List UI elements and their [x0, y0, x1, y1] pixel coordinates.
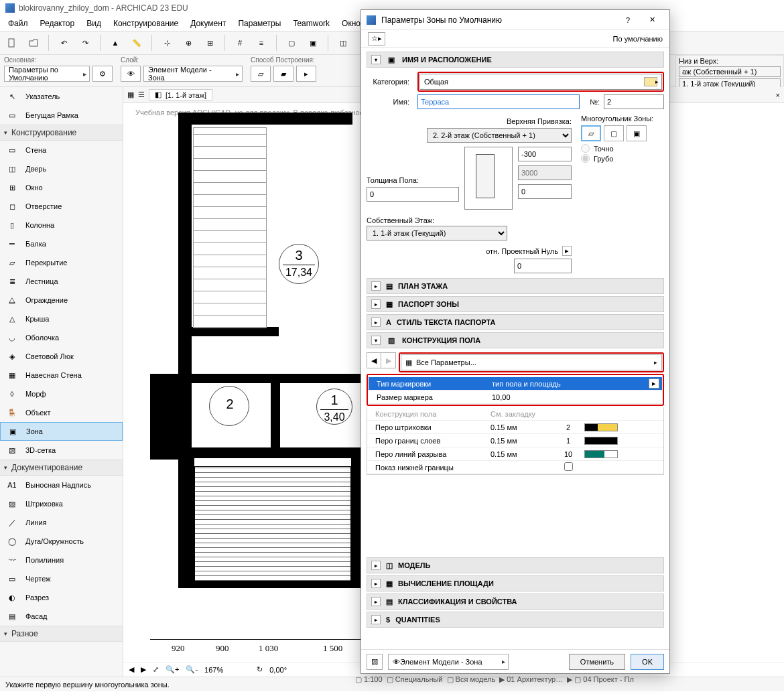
menu-file[interactable]: Файл	[3, 17, 34, 29]
section-floor-construction[interactable]: ▾▥КОНСТРУКЦИЯ ПОЛА	[367, 332, 664, 348]
zoom-out-icon[interactable]: 🔍-	[186, 665, 198, 674]
rel-zero-more[interactable]: ▸	[562, 246, 572, 256]
project-tab[interactable]: 04 Проект - Пл	[583, 675, 634, 683]
menu-design[interactable]: Конструирование	[108, 17, 184, 29]
tool-column[interactable]: ▯Колонна	[0, 216, 123, 234]
group-construct[interactable]: Конструирование	[0, 125, 123, 141]
tool-railing[interactable]: ⧋Ограждение	[0, 291, 123, 309]
pick-button[interactable]: ▲	[106, 33, 125, 52]
close-tab-icon[interactable]: ×	[776, 91, 780, 99]
settings-icon-button[interactable]: ⚙	[92, 66, 113, 82]
cancel-button[interactable]: Отменить	[569, 654, 625, 670]
tool-door[interactable]: ◫Дверь	[0, 159, 123, 178]
section-model[interactable]: ▸◫МОДЕЛЬ	[367, 557, 664, 573]
tool-marquee[interactable]: ▭Бегущая Рамка	[0, 106, 123, 125]
snap-b-button[interactable]: ⊕	[179, 33, 198, 52]
menu-edit[interactable]: Редактор	[35, 17, 80, 29]
layer-button[interactable]: ◫	[334, 33, 352, 52]
tool-arc[interactable]: ◯Дуга/Окружность	[0, 532, 123, 551]
param-hatch-pen[interactable]: Перо штриховки 0.15 мм 2	[367, 421, 663, 434]
footer-layer-dropdown[interactable]: 👁 Элемент Модели - Зона	[388, 654, 509, 670]
top-link-stub[interactable]: аж (Собственный + 1)	[679, 66, 781, 77]
tool-slab[interactable]: ▱Перекрытие	[0, 253, 123, 272]
param-break-line-pen[interactable]: Перо линий разрыва 0.15 мм 10	[367, 447, 663, 461]
params-back-button[interactable]: ◀	[367, 352, 381, 368]
group-misc[interactable]: Разное	[0, 626, 123, 642]
layer-combo-tab[interactable]: Специальный	[395, 675, 443, 683]
section-quantities[interactable]: ▸$QUANTITIES	[367, 612, 664, 628]
section-zone-stamp[interactable]: ▸▦ПАСПОРТ ЗОНЫ	[367, 296, 664, 312]
tool-beam[interactable]: ═Балка	[0, 234, 123, 253]
snap-a-button[interactable]: ⊹	[157, 33, 176, 52]
tool-curtain[interactable]: ▦Навесная Стена	[0, 366, 123, 385]
nav-fwd-icon[interactable]: ▶	[141, 665, 146, 674]
show-bottom-checkbox[interactable]	[564, 462, 573, 471]
open-button[interactable]	[24, 33, 43, 52]
redo-button[interactable]: ↷	[76, 33, 94, 52]
tool-fill[interactable]: ▨Штриховка	[0, 494, 123, 513]
footer-icon-button[interactable]: ▨	[367, 654, 383, 670]
tool-opening[interactable]: ◻Отверстие	[0, 197, 123, 216]
tool-drawing[interactable]: ▭Чертеж	[0, 569, 123, 588]
geom-method-2[interactable]: ▰	[273, 66, 293, 82]
close-button[interactable]: ✕	[640, 11, 664, 29]
ok-button[interactable]: OK	[631, 654, 664, 670]
tool-roof[interactable]: △Крыша	[0, 309, 123, 328]
menu-view[interactable]: Вид	[81, 17, 107, 29]
menu-document[interactable]: Документ	[185, 17, 231, 29]
category-dropdown[interactable]: Общая	[419, 74, 662, 90]
default-settings-dropdown[interactable]: Параметры по Умолчанию	[4, 66, 90, 82]
trace-button[interactable]: ▢	[282, 33, 301, 52]
rel-zero-input[interactable]	[514, 259, 572, 273]
tool-zone[interactable]: ▣Зона	[0, 422, 123, 441]
section-area-calc[interactable]: ▸▦ВЫЧИСЛЕНИЕ ПЛОЩАДИ	[367, 575, 664, 591]
tool-object[interactable]: 🪑Объект	[0, 403, 123, 422]
polygon-mode-1[interactable]: ▱	[581, 125, 601, 141]
polygon-mode-3[interactable]: ▣	[627, 125, 647, 141]
tool-label[interactable]: A1Выносная Надпись	[0, 476, 123, 494]
trace2-button[interactable]: ▣	[304, 33, 322, 52]
scale-tab[interactable]: 1:100	[364, 675, 383, 683]
section-classification[interactable]: ▸▤КЛАССИФИКАЦИЯ И СВОЙСТВА	[367, 594, 664, 610]
geom-method-more[interactable]: ▸	[296, 66, 316, 82]
model-tab[interactable]: Вся модель	[456, 675, 496, 683]
group-document[interactable]: Документирование	[0, 460, 123, 476]
guides-button[interactable]: ≡	[252, 33, 271, 52]
top-link-select[interactable]: 2. 2-й этаж (Собственный + 1)	[427, 128, 572, 143]
own-story-select[interactable]: 1. 1-й этаж (Текущий)	[367, 226, 507, 240]
param-layer-border-pen[interactable]: Перо границ слоев 0.15 мм 1	[367, 434, 663, 447]
tool-wall[interactable]: ▭Стена	[0, 141, 123, 159]
all-params-dropdown[interactable]: ▦Все Параметры...	[401, 354, 662, 370]
tool-arrow[interactable]: ↖Указатель	[0, 87, 123, 106]
tool-polyline[interactable]: 〰Полилиния	[0, 551, 123, 569]
snap-c-button[interactable]: ⊞	[200, 33, 219, 52]
zoom-in-icon[interactable]: 🔍+	[166, 665, 179, 674]
favorites-button[interactable]: ☆▸	[368, 32, 385, 46]
bottom-offset-input[interactable]	[518, 184, 572, 199]
menu-teamwork[interactable]: Teamwork	[287, 17, 335, 29]
tab-grid-icon[interactable]: ▦	[127, 90, 134, 99]
active-view-tab[interactable]: ◧ [1. 1-й этаж]	[149, 89, 212, 100]
nav-back-icon[interactable]: ◀	[129, 665, 134, 674]
section-floor-plan[interactable]: ▸▤ПЛАН ЭТАЖА	[367, 278, 664, 294]
measure-button[interactable]: 📏	[127, 33, 146, 52]
tool-skylight[interactable]: ◈Световой Люк	[0, 347, 123, 366]
tool-stair[interactable]: ≣Лестница	[0, 272, 123, 291]
zone-number-input[interactable]	[604, 94, 664, 109]
section-name-location[interactable]: ▾▣ ИМЯ И РАСПОЛОЖЕНИЕ	[367, 52, 664, 68]
grid-button[interactable]: #	[231, 33, 249, 52]
undo-button[interactable]: ↶	[54, 33, 73, 52]
zoom-fit-icon[interactable]: ⤢	[153, 665, 159, 674]
polygon-mode-2[interactable]: ▢	[604, 125, 624, 141]
help-button[interactable]: ?	[616, 11, 640, 29]
layer-dropdown[interactable]: Элемент Модели - Зона	[143, 66, 243, 82]
tab-list-icon[interactable]: ☰	[138, 90, 145, 99]
zone-name-input[interactable]	[417, 94, 580, 109]
layer-eye-icon[interactable]: 👁	[121, 66, 141, 82]
param-marker-size[interactable]: Размер маркера 10,00	[369, 391, 662, 404]
tool-section[interactable]: ◐Разрез	[0, 588, 123, 607]
tool-line[interactable]: ／Линия	[0, 513, 123, 532]
section-stamp-text[interactable]: ▸AСТИЛЬ ТЕКСТА ПАСПОРТА	[367, 314, 664, 330]
menu-options[interactable]: Параметры	[233, 17, 286, 29]
tool-shell[interactable]: ◡Оболочка	[0, 328, 123, 347]
